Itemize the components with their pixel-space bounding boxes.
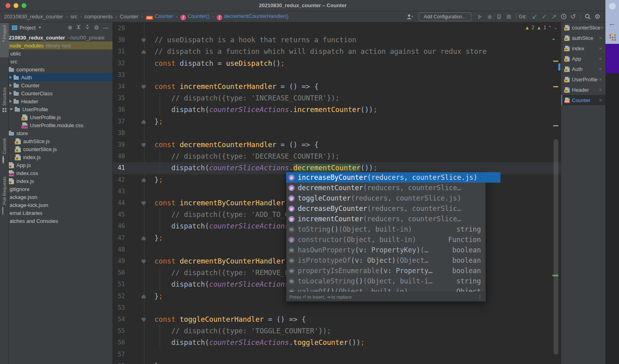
close-icon[interactable]: ✕ — [599, 67, 602, 71]
code-line-58[interactable]: 58}; — [113, 360, 561, 364]
breadcrumb-item[interactable]: src — [70, 14, 77, 20]
code-line-35[interactable]: 35 // dispatch({type: 'INCREASE_COUNTER'… — [113, 92, 561, 104]
code-line-56[interactable]: 56 dispatch(counterSliceActions.toggleCo… — [113, 337, 561, 348]
tree-row-store[interactable]: store — [9, 129, 113, 137]
fold-marker-up[interactable] — [142, 120, 146, 124]
tree-row-userprofile-js[interactable]: JSUserProfile.js — [9, 113, 113, 121]
line-number[interactable]: 43 — [113, 186, 125, 197]
line-number[interactable]: 56 — [113, 337, 125, 348]
next-problem-icon[interactable]: ⌄ — [554, 25, 558, 30]
line-number[interactable]: 33 — [113, 69, 125, 81]
code-line-40[interactable]: 40 // dispatch({type: 'DECREASE_COUNTER'… — [113, 151, 561, 162]
line-number[interactable]: 51 — [113, 279, 125, 290]
rollback-icon[interactable]: ↺ — [568, 12, 578, 21]
chevron-right-icon[interactable] — [10, 92, 12, 95]
stripe-mark-info[interactable] — [552, 39, 555, 40]
code-line-55[interactable]: 55 // dispatch({type: 'TOGGLE_COUNTER'})… — [113, 325, 561, 337]
line-number[interactable]: 57 — [113, 349, 125, 360]
line-number[interactable]: 38 — [113, 128, 125, 139]
tab-auth[interactable]: JSAuth✕ — [561, 64, 605, 74]
prev-problem-icon[interactable]: ⌃ — [548, 25, 552, 30]
line-number[interactable]: 44 — [113, 197, 125, 209]
tree-row-ernal-libraries[interactable]: ernal Libraries — [9, 209, 113, 217]
line-number[interactable]: 46 — [113, 220, 125, 232]
chevron-down-icon[interactable]: ▼ — [38, 26, 42, 30]
fold-marker-up[interactable] — [142, 236, 146, 240]
apps-grid-icon[interactable] — [609, 34, 616, 41]
hide-panel-icon[interactable]: — — [103, 24, 109, 31]
completion-item-constructor[interactable]: pconstructor (Object, built-in)Function — [286, 234, 486, 245]
code-line-54[interactable]: 54const toggleCounterHandler = () => { — [113, 314, 561, 325]
fold-marker-down[interactable] — [142, 143, 146, 147]
code-line-31[interactable]: 31// dispatch is a function which will d… — [113, 46, 561, 57]
history-icon[interactable] — [559, 12, 568, 21]
code-line-53[interactable]: 53 — [113, 302, 561, 314]
fold-marker-down[interactable] — [142, 318, 146, 322]
fold-marker-down[interactable] — [142, 38, 146, 42]
coverage-icon[interactable] — [494, 12, 504, 21]
stripe-mark-weak[interactable] — [553, 125, 558, 126]
tree-row-counter[interactable]: Counter — [9, 81, 113, 89]
tab-index[interactable]: JSindex✕ — [561, 43, 605, 53]
close-icon[interactable]: ✕ — [599, 36, 602, 40]
close-icon[interactable]: ✕ — [599, 46, 602, 51]
line-number[interactable]: 42 — [113, 174, 125, 186]
git-push-icon[interactable]: ↗ — [549, 12, 559, 21]
tree-row-counterclass[interactable]: CounterClass — [9, 89, 113, 97]
tree-row-node-modules[interactable]: node_modules library root — [9, 41, 113, 49]
run-icon[interactable] — [475, 12, 485, 21]
fold-marker-up[interactable] — [142, 178, 146, 182]
breadcrumb-item[interactable]: fdecrementCounterHandler() — [217, 13, 289, 20]
completion-item-incrementCounter[interactable]: pincrementCounter (reducers, counterSlic… — [286, 214, 486, 224]
completion-item-toggleCounter[interactable]: ptoggleCounter (reducers, counterSlice.j… — [286, 193, 486, 203]
breadcrumb-item[interactable]: components — [85, 14, 113, 20]
stripe-mark-warning[interactable] — [553, 86, 558, 87]
stripe-button-project[interactable]: Project — [0, 23, 9, 57]
completion-item-decreaseByCounter[interactable]: pdecreaseByCounter (reducers, counterSli… — [286, 203, 486, 214]
git-update-icon[interactable]: ↙ — [530, 12, 540, 21]
tree-row-ublic[interactable]: ublic — [9, 49, 113, 57]
debug-icon[interactable] — [485, 12, 494, 21]
code-line-37[interactable]: 37}; — [113, 116, 561, 128]
settings-icon[interactable]: ⚙ — [593, 12, 602, 21]
completion-item-toString[interactable]: mtoString() (Object, built-in)string — [286, 224, 486, 234]
line-number[interactable]: 49 — [113, 256, 125, 267]
line-number[interactable]: 36 — [113, 104, 125, 116]
tree-row-ackage-lock-json[interactable]: ackage-lock.json — [9, 201, 113, 209]
line-number[interactable]: 58 — [113, 360, 125, 364]
code-line-32[interactable]: 32const dispatch = useDispatch(); — [113, 58, 561, 69]
tree-row-auth[interactable]: Auth — [9, 73, 113, 81]
code-line-30[interactable]: 30// useDispatch is a hook that returns … — [113, 34, 561, 46]
add-configuration-button[interactable]: Add Configuration... — [419, 12, 471, 21]
completion-item-toLocaleString[interactable]: mtoLocaleString() (Object, built-i…strin… — [286, 276, 486, 286]
breadcrumb-item[interactable]: Counter — [120, 14, 138, 20]
line-number[interactable]: 45 — [113, 209, 125, 220]
tree-row-components[interactable]: components — [9, 65, 113, 73]
stripe-button-pull-requests[interactable]: Pull Requests — [0, 175, 9, 226]
fold-marker-down[interactable] — [142, 260, 146, 264]
tree-row-ackage-json[interactable]: ackage.json — [9, 193, 113, 201]
code-line-38[interactable]: 38 — [113, 128, 561, 139]
completion-item-hasOwnProperty[interactable]: mhasOwnProperty(v: PropertyKey) (…boolea… — [286, 245, 486, 255]
back-arrow-icon[interactable]: ← — [605, 19, 619, 28]
completion-item-propertyIsEnumerable[interactable]: mpropertyIsEnumerable(v: Property…boolea… — [286, 266, 486, 276]
expand-all-icon[interactable] — [76, 24, 81, 31]
stripe-mark-caret[interactable] — [558, 63, 560, 71]
close-icon[interactable]: ✕ — [599, 57, 602, 61]
tree-row-index-css[interactable]: CSSindex.css — [9, 169, 113, 177]
stripe-button-commit[interactable]: Commit — [0, 136, 9, 167]
line-number[interactable]: 39 — [113, 139, 125, 151]
chevron-down-icon[interactable] — [10, 108, 13, 110]
line-number[interactable]: 52 — [113, 291, 125, 302]
chevron-right-icon[interactable] — [10, 100, 12, 103]
line-number[interactable]: 50 — [113, 267, 125, 279]
line-number[interactable]: 54 — [113, 314, 125, 325]
tab-app[interactable]: JSApp✕ — [561, 53, 605, 64]
tab-header[interactable]: JSHeader✕ — [561, 85, 605, 95]
tab-authslice[interactable]: JSauthSlice✕ — [561, 33, 605, 43]
stop-icon[interactable] — [504, 12, 514, 21]
tree-row-index-js[interactable]: JSindex.js — [9, 153, 113, 161]
tree-row-counterslice-js[interactable]: JScounterSlice.js — [9, 145, 113, 153]
completion-item-increaseByCounter[interactable]: pincreaseByCounter (reducers, counterSli… — [286, 172, 500, 183]
chevron-right-icon[interactable] — [10, 84, 12, 87]
